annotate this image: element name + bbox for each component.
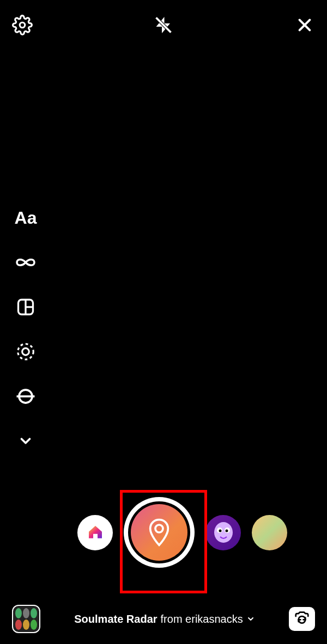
filter-face[interactable] — [205, 515, 241, 550]
svg-point-13 — [214, 522, 233, 543]
multicapture-icon[interactable] — [15, 341, 37, 363]
svg-point-8 — [18, 344, 34, 360]
filter-glow[interactable] — [252, 515, 287, 550]
text-tool-icon[interactable]: Aa — [15, 207, 37, 229]
chevron-down-icon[interactable] — [15, 430, 37, 452]
filter-home[interactable] — [77, 515, 113, 550]
effect-name: Soulmate Radar — [74, 613, 157, 625]
switch-camera-button[interactable] — [289, 607, 315, 631]
boomerang-icon[interactable] — [15, 252, 37, 273]
svg-point-9 — [22, 348, 29, 355]
layout-icon[interactable] — [15, 296, 37, 318]
svg-point-0 — [20, 22, 25, 28]
top-bar — [0, 14, 327, 36]
location-pin-icon — [131, 504, 187, 561]
effect-label[interactable]: Soulmate Radar from erikasnacks — [74, 613, 255, 625]
left-toolbar: Aa — [15, 207, 37, 452]
filter-carousel[interactable] — [0, 497, 327, 568]
effect-author: erikasnacks — [185, 613, 243, 625]
svg-point-16 — [219, 530, 221, 532]
close-icon[interactable] — [293, 14, 316, 36]
bottom-bar: Soulmate Radar from erikasnacks — [0, 605, 327, 633]
svg-point-17 — [225, 530, 228, 532]
chevron-down-icon — [246, 615, 255, 623]
gallery-button[interactable] — [12, 605, 40, 633]
shutter-button[interactable] — [124, 497, 195, 568]
settings-icon[interactable] — [11, 14, 34, 36]
level-icon[interactable] — [15, 385, 37, 407]
flash-off-icon[interactable] — [152, 14, 175, 36]
svg-point-12 — [155, 525, 163, 532]
